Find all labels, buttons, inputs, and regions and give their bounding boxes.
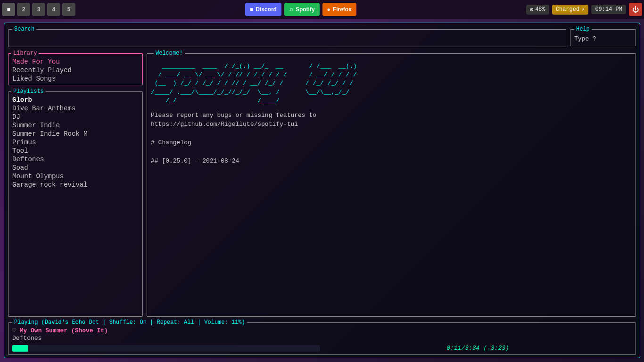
player-artist: Deftones <box>12 335 632 342</box>
player-track-row: ♡ My Own Summer (Shove It) <box>12 327 632 334</box>
player-legend-mid: | Repeat: All | Volume: 11%) <box>147 319 245 326</box>
workspace-3[interactable]: 3 <box>32 3 45 16</box>
ascii-art: _________ ____ / /_(.) __/_ __ / /___ __… <box>151 62 632 105</box>
discord-label: Discord <box>256 6 277 13</box>
time-current: 0:11 <box>446 345 461 352</box>
app-container: Search Help Type ? Library Made For You … <box>4 23 640 358</box>
top-row: Search Help Type ? <box>4 23 640 50</box>
battery-indicator: ⚙ 48% <box>526 5 549 15</box>
welcome-description: Please report any bugs or missing featur… <box>151 111 632 166</box>
player-track-name: My Own Summer (Shove It) <box>20 327 108 334</box>
firefox-button[interactable]: ● Firefox <box>322 3 356 16</box>
firefox-icon: ● <box>327 6 330 13</box>
workspace-4[interactable]: 4 <box>47 3 60 16</box>
taskbar-right: ⚙ 48% Charged ⚡ 09:14 PM ⏻ <box>526 3 642 16</box>
progress-row: 0:11/3:34 (-3:23) <box>12 345 632 352</box>
workspace-1-icon: ■ <box>7 6 10 13</box>
spotify-button[interactable]: ♫ Spotify <box>284 3 320 16</box>
workspace-1[interactable]: ■ <box>2 3 15 16</box>
player-legend-prefix: Playing (David's Echo Dot | Shuffle: <box>14 319 140 326</box>
power-button[interactable]: ⏻ <box>629 3 642 16</box>
library-item-liked-songs[interactable]: Liked Songs <box>8 74 142 83</box>
heart-icon[interactable]: ♡ <box>12 327 16 334</box>
discord-icon: ■ <box>250 6 253 13</box>
player-bar: Playing (David's Echo Dot | Shuffle: On … <box>4 317 640 358</box>
time-remaining: -3:23 <box>487 345 505 352</box>
spotify-icon: ♫ <box>289 6 293 13</box>
library-list: Made For You Recently Played Liked Songs <box>8 58 142 83</box>
workspace-2[interactable]: 2 <box>17 3 30 16</box>
time-display: 0:11/3:34 (-3:23) <box>324 345 632 352</box>
workspace-5[interactable]: 5 <box>62 3 75 16</box>
time-total: 3:34 <box>465 345 479 352</box>
charged-badge: Charged ⚡ <box>552 5 589 15</box>
charged-icon: ⚡ <box>581 6 585 13</box>
player-legend: Playing (David's Echo Dot | Shuffle: On … <box>12 319 247 326</box>
search-legend: Search <box>12 26 36 33</box>
playlist-garage-rock[interactable]: Garage rock revival <box>8 181 142 189</box>
playlist-dj[interactable]: DJ <box>8 113 142 121</box>
playlist-deftones[interactable]: Deftones <box>8 155 142 164</box>
content-row: Library Made For You Recently Played Lik… <box>4 50 640 317</box>
playlist-primus[interactable]: Primus <box>8 138 142 147</box>
playlists-fieldset: Playlists Glorb Dive Bar Anthems DJ Summ… <box>8 88 143 317</box>
search-input[interactable] <box>12 33 562 44</box>
power-icon: ⏻ <box>632 6 639 13</box>
help-legend: Help <box>574 26 592 33</box>
discord-button[interactable]: ■ Discord <box>245 3 281 16</box>
library-fieldset: Library Made For You Recently Played Lik… <box>8 50 143 85</box>
playlist-glorb[interactable]: Glorb <box>8 96 142 104</box>
playlist-soad[interactable]: Soad <box>8 164 142 172</box>
charged-label: Charged <box>556 6 579 13</box>
playlists-legend: Playlists <box>11 88 46 95</box>
library-legend: Library <box>11 50 39 57</box>
playlist-mount-olympus[interactable]: Mount Olympus <box>8 172 142 181</box>
playlist-summer-indie-rock[interactable]: Summer Indie Rock M <box>8 130 142 138</box>
battery-pct: 48% <box>535 6 545 13</box>
help-text: Type ? <box>574 35 596 42</box>
welcome-legend: Welcome! <box>154 50 185 57</box>
library-item-made-for-you[interactable]: Made For You <box>8 58 142 66</box>
spotify-label: Spotify <box>296 6 315 13</box>
progress-bar-fill <box>12 345 28 352</box>
help-fieldset: Help Type ? <box>570 26 636 46</box>
main-panel: Welcome! _________ ____ / /_(.) __/_ __ … <box>147 50 636 317</box>
playlist-summer-indie[interactable]: Summer Indie <box>8 121 142 130</box>
search-fieldset: Search <box>8 26 566 47</box>
playlist-dive-bar[interactable]: Dive Bar Anthems <box>8 104 142 113</box>
progress-bar[interactable] <box>12 345 320 352</box>
player-shuffle-value: On <box>140 319 146 326</box>
clock: 09:14 PM <box>591 5 626 14</box>
taskbar: ■ 2 3 4 5 ■ Discord ♫ Spotify ● Firefox … <box>0 0 644 19</box>
playlists-list: Glorb Dive Bar Anthems DJ Summer Indie S… <box>8 96 142 189</box>
sidebar: Library Made For You Recently Played Lik… <box>8 50 143 317</box>
battery-icon: ⚙ <box>530 6 533 13</box>
playlist-tool[interactable]: Tool <box>8 147 142 155</box>
player-fieldset: Playing (David's Echo Dot | Shuffle: On … <box>8 319 636 355</box>
firefox-label: Firefox <box>333 6 352 13</box>
welcome-fieldset: Welcome! _________ ____ / /_(.) __/_ __ … <box>147 50 636 317</box>
library-item-recently-played[interactable]: Recently Played <box>8 66 142 74</box>
taskbar-app-buttons: ■ Discord ♫ Spotify ● Firefox <box>77 3 524 16</box>
